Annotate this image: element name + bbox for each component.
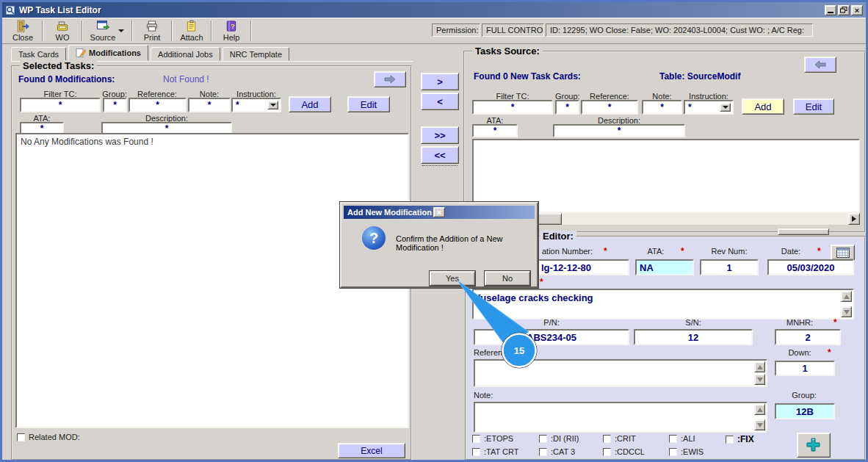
work-order-icon	[56, 20, 69, 32]
filter-tc-input[interactable]: *	[20, 98, 101, 112]
note-textarea[interactable]	[474, 402, 767, 433]
restore-button[interactable]	[838, 5, 850, 15]
toolbar-separator	[211, 21, 212, 41]
cdccl-checkbox[interactable]: :CDCCL	[603, 447, 645, 456]
excel-export-button[interactable]: Excel	[338, 443, 405, 458]
group-filter-input[interactable]: *	[103, 98, 127, 112]
filter-tc-input[interactable]: *	[472, 100, 553, 115]
scroll-down-button[interactable]	[754, 419, 765, 430]
add-task-card-button[interactable]: Add	[742, 98, 784, 115]
plus-icon	[806, 437, 822, 453]
mnhr-input[interactable]: 2	[775, 329, 841, 345]
instruction-dropdown-caret-icon[interactable]	[720, 103, 731, 112]
source-table-label: Table: SourceModif	[659, 71, 740, 82]
no-button[interactable]: No	[485, 271, 530, 286]
app-window: WP Task List Editor × Close WO Source	[0, 0, 868, 462]
attach-button[interactable]: Attach	[174, 19, 209, 43]
note-filter-input[interactable]: *	[188, 98, 231, 112]
ata-filter-input[interactable]: *	[472, 124, 518, 137]
yes-button[interactable]: Yes	[430, 271, 475, 286]
instruction-dropdown-caret-icon[interactable]	[267, 101, 278, 109]
sn-input[interactable]: 12	[634, 329, 753, 345]
etops-checkbox[interactable]: :ETOPS	[472, 434, 513, 443]
cat3-checkbox[interactable]: :CAT 3	[539, 447, 575, 456]
help-button-label: Help	[223, 33, 240, 42]
mod-number-required: *	[604, 246, 607, 256]
fix-checkbox[interactable]: :FIX	[726, 434, 754, 444]
scroll-up-button[interactable]	[841, 291, 852, 302]
group-filter-input[interactable]: *	[555, 100, 579, 115]
source-button[interactable]: Source	[84, 19, 130, 43]
reference-textarea[interactable]	[474, 359, 767, 387]
toolbar-separator	[171, 21, 173, 41]
tab-additional-jobs[interactable]: Additional Jobs	[151, 47, 220, 61]
ali-checkbox[interactable]: :ALI	[669, 434, 695, 443]
print-button[interactable]: Print	[134, 19, 170, 43]
tasks-source-title: Tasks Source:	[472, 46, 543, 57]
empty-list-message: No Any Modifications was Found !	[21, 137, 153, 147]
description-required: *	[540, 277, 543, 287]
note-label: Note:	[474, 391, 493, 400]
ata-label: ATA:	[634, 247, 678, 256]
group-label: Group:	[775, 391, 833, 400]
tab-task-cards[interactable]: Task Cards	[11, 47, 66, 61]
ata-input[interactable]: NA	[635, 259, 694, 275]
scroll-up-button[interactable]	[754, 361, 765, 372]
dialog-title: Add New Modification	[347, 208, 432, 217]
toolbar-separator	[82, 21, 83, 41]
scroll-up-button[interactable]	[754, 404, 765, 415]
arrow-left-icon	[814, 60, 826, 69]
app-icon	[5, 5, 15, 15]
help-button[interactable]: ? Help	[214, 19, 249, 43]
description-filter-input[interactable]: *	[553, 124, 685, 137]
close-button[interactable]: Close	[5, 19, 40, 43]
minimize-button[interactable]	[825, 5, 836, 15]
down-input[interactable]: 1	[775, 361, 835, 376]
calendar-button[interactable]	[831, 245, 855, 260]
move-selected-left-button[interactable]: <	[421, 93, 459, 110]
wo-button[interactable]: WO	[45, 19, 80, 43]
scroll-down-button[interactable]	[841, 306, 852, 317]
related-mod-checkbox[interactable]: Related MOD:	[17, 433, 80, 441]
move-panel-left-button[interactable]	[804, 57, 836, 73]
note-filter-input[interactable]: *	[642, 100, 682, 115]
question-icon: ?	[362, 226, 386, 250]
related-mod-checkbox-box[interactable]	[17, 433, 25, 441]
svg-text:?: ?	[231, 22, 235, 30]
reference-filter-input[interactable]: *	[581, 100, 638, 115]
edit-task-card-button[interactable]: Edit	[793, 98, 834, 115]
scroll-right-button[interactable]	[848, 213, 860, 225]
move-all-left-button[interactable]: <<	[421, 146, 459, 164]
date-input[interactable]: 05/03/2020	[767, 259, 854, 275]
scroll-down-button[interactable]	[754, 374, 765, 385]
dialog-close-icon[interactable]: ×	[433, 207, 445, 217]
close-button-label: Close	[12, 33, 33, 42]
source-dropdown-caret-icon[interactable]	[118, 29, 124, 32]
source-window-icon	[96, 19, 109, 32]
rev-num-input[interactable]: 1	[700, 259, 759, 275]
di-rii-checkbox[interactable]: :DI (RII)	[539, 434, 579, 443]
move-all-right-button[interactable]: >>	[421, 126, 459, 144]
add-modification-button[interactable]: Add	[289, 96, 331, 112]
move-selected-right-button[interactable]: >	[421, 73, 459, 90]
dialog-title-bar[interactable]: Add New Modification ×	[344, 206, 535, 219]
found-task-cards-label: Found 0 New Task Cards:	[474, 71, 581, 82]
mod-description-textarea[interactable]: fuselage cracks checking	[472, 289, 854, 320]
add-new-modification-button[interactable]	[797, 433, 831, 458]
print-button-label: Print	[144, 33, 161, 42]
move-panel-right-button[interactable]	[374, 71, 406, 87]
add-new-modification-dialog: Add New Modification × ? Confirm the Add…	[340, 202, 538, 288]
close-window-button[interactable]: ×	[851, 5, 863, 15]
title-bar: WP Task List Editor ×	[2, 2, 866, 18]
pn-input[interactable]: ABS234-05	[474, 329, 629, 345]
instruction-filter-select[interactable]: *	[684, 100, 734, 115]
tat-crt-checkbox[interactable]: :TAT CRT	[472, 447, 518, 456]
instruction-filter-select[interactable]: *	[231, 98, 281, 112]
edit-modification-button[interactable]: Edit	[347, 96, 390, 112]
tab-nrc-template[interactable]: NRC Template	[223, 47, 289, 61]
reference-filter-input[interactable]: *	[129, 98, 187, 112]
group-input[interactable]: 12B	[775, 403, 835, 419]
crit-checkbox[interactable]: :CRIT	[603, 434, 636, 443]
tab-modifications[interactable]: Modifications	[68, 45, 148, 61]
ewis-checkbox[interactable]: :EWIS	[669, 447, 704, 456]
